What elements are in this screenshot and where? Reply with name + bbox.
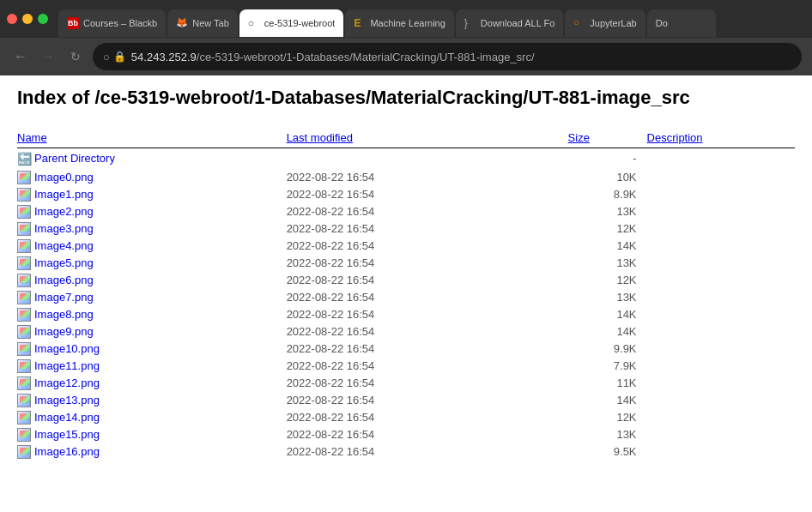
parent-dir-icon: 🔙: [17, 152, 31, 166]
tab-jl[interactable]: ○ JupyterLab: [565, 9, 645, 37]
file-name-label: Image16.png: [34, 445, 100, 458]
file-desc-cell: [640, 358, 795, 375]
file-size-cell: 12K: [561, 220, 640, 238]
close-button[interactable]: [7, 14, 17, 24]
table-row: Image16.png2022-08-22 16:549.5K: [17, 443, 795, 461]
minimize-button[interactable]: [22, 14, 33, 24]
file-date-cell: 2022-08-22 16:54: [235, 392, 561, 409]
tab-bb[interactable]: Bb Courses – Blackb: [58, 9, 166, 37]
address-bar[interactable]: ○ 🔒 54.243.252.9/ce-5319-webroot/1-Datab…: [93, 43, 802, 70]
file-link[interactable]: Image5.png: [17, 256, 228, 270]
file-size-cell: 13K: [561, 203, 640, 220]
file-link[interactable]: Image0.png: [17, 171, 228, 184]
file-name-label: Image6.png: [34, 274, 94, 286]
file-link[interactable]: Image16.png: [17, 445, 228, 459]
table-header-row: Name Last modified Size Description: [17, 128, 795, 148]
file-link[interactable]: Image7.png: [17, 291, 228, 304]
tab-label-new: New Tab: [192, 18, 229, 28]
file-date-cell: 2022-08-22 16:54: [235, 272, 561, 289]
file-name-cell: Image15.png: [17, 426, 235, 443]
file-link[interactable]: Image10.png: [17, 342, 228, 356]
file-date-cell: 2022-08-22 16:54: [235, 306, 561, 323]
file-icon: [17, 445, 31, 459]
file-icon: [17, 376, 31, 390]
tab-ce[interactable]: ○ ce-5319-webroot: [239, 9, 344, 37]
maximize-button[interactable]: [38, 14, 48, 24]
tab-dl[interactable]: } Download ALL Fo: [456, 9, 563, 37]
file-link[interactable]: Image15.png: [17, 428, 228, 442]
table-row: Image0.png2022-08-22 16:5410K: [17, 169, 795, 186]
tab-do[interactable]: Do: [647, 9, 716, 37]
file-size-cell: 14K: [561, 323, 640, 340]
security-icon: ○ 🔒: [103, 51, 126, 63]
parent-size-cell: -: [561, 148, 640, 169]
tab-bar: Bb Courses – Blackb 🦊 New Tab ○ ce-5319-…: [58, 0, 805, 38]
file-name-label: Image9.png: [34, 325, 94, 338]
tab-favicon-bb: Bb: [67, 17, 79, 29]
file-link[interactable]: Image4.png: [17, 239, 228, 253]
file-icon: [17, 188, 31, 202]
file-name-label: Image11.png: [34, 359, 100, 372]
col-header-size[interactable]: Size: [561, 128, 640, 148]
title-bar: Bb Courses – Blackb 🦊 New Tab ○ ce-5319-…: [0, 0, 812, 38]
circle-icon: ○: [103, 51, 110, 63]
file-name-label: Image2.png: [34, 205, 94, 218]
forward-button[interactable]: →: [38, 46, 58, 67]
file-name-label: Image5.png: [34, 256, 94, 269]
file-link[interactable]: Image1.png: [17, 188, 228, 202]
file-link[interactable]: Image3.png: [17, 222, 228, 236]
tab-label-bb: Courses – Blackb: [83, 18, 157, 28]
file-date-cell: 2022-08-22 16:54: [235, 238, 561, 255]
file-size-cell: 9.5K: [561, 443, 640, 461]
file-size-cell: 13K: [561, 289, 640, 306]
file-size-cell: 14K: [561, 392, 640, 409]
file-link[interactable]: Image6.png: [17, 274, 228, 287]
col-header-modified[interactable]: Last modified: [235, 128, 561, 148]
file-icon: [17, 205, 31, 219]
reload-button[interactable]: ↻: [65, 46, 86, 67]
file-date-cell: 2022-08-22 16:54: [235, 169, 561, 186]
col-header-name[interactable]: Name: [17, 128, 235, 148]
table-row: Image12.png2022-08-22 16:5411K: [17, 375, 795, 392]
file-link[interactable]: Image14.png: [17, 411, 228, 425]
file-name-cell: Image12.png: [17, 375, 235, 392]
file-name-cell: Image13.png: [17, 392, 235, 409]
file-link[interactable]: Image9.png: [17, 325, 228, 339]
file-desc-cell: [640, 186, 795, 203]
file-icon: [17, 256, 31, 270]
file-icon: [17, 325, 31, 339]
file-name-cell: Image5.png: [17, 255, 235, 272]
file-date-cell: 2022-08-22 16:54: [235, 203, 561, 220]
table-row: Image4.png2022-08-22 16:5414K: [17, 238, 795, 255]
file-date-cell: 2022-08-22 16:54: [235, 220, 561, 238]
file-desc-cell: [640, 392, 795, 409]
tab-ml[interactable]: E Machine Learning: [345, 9, 453, 37]
file-desc-cell: [640, 272, 795, 289]
file-link[interactable]: Image8.png: [17, 308, 228, 322]
file-icon: [17, 222, 31, 236]
file-link[interactable]: Image2.png: [17, 205, 228, 219]
col-header-description[interactable]: Description: [640, 128, 795, 148]
parent-directory-row: 🔙 Parent Directory -: [17, 148, 795, 169]
file-name-label: Image8.png: [34, 308, 94, 321]
tab-new[interactable]: 🦊 New Tab: [167, 9, 238, 37]
file-name-cell: Image0.png: [17, 169, 235, 186]
file-icon: [17, 342, 31, 356]
table-row: Image9.png2022-08-22 16:5414K: [17, 323, 795, 340]
table-row: Image14.png2022-08-22 16:5412K: [17, 409, 795, 426]
file-name-cell: Image4.png: [17, 238, 235, 255]
file-desc-cell: [640, 340, 795, 358]
file-icon: [17, 428, 31, 442]
file-desc-cell: [640, 289, 795, 306]
parent-date-cell: [235, 148, 561, 169]
back-button[interactable]: ←: [10, 46, 31, 67]
table-row: Image1.png2022-08-22 16:548.9K: [17, 186, 795, 203]
file-link[interactable]: Image12.png: [17, 376, 228, 390]
file-desc-cell: [640, 203, 795, 220]
file-date-cell: 2022-08-22 16:54: [235, 426, 561, 443]
parent-directory-link[interactable]: 🔙 Parent Directory: [17, 152, 235, 166]
address-path: /ce-5319-webroot/1-Databases/MaterialCra…: [197, 51, 535, 63]
file-link[interactable]: Image11.png: [17, 359, 228, 373]
file-icon: [17, 308, 31, 322]
file-link[interactable]: Image13.png: [17, 394, 228, 407]
